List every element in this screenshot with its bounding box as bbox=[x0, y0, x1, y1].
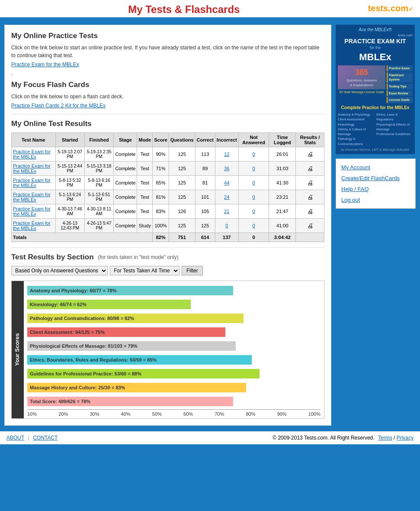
cell-questions: 125 bbox=[169, 162, 195, 176]
x-axis-label: 60% bbox=[183, 411, 193, 417]
cell-not-answered[interactable]: 0 bbox=[238, 204, 269, 219]
cell-time: 41:00 bbox=[269, 219, 296, 233]
bar-fill: Kinesiology: 46/74 = 62% bbox=[27, 300, 191, 309]
flashcards-link[interactable]: Practice Flash Cards 2 Kit for the MBLEx bbox=[11, 103, 106, 109]
bar-label: Anatomy and Physiology: 60/77 = 78% bbox=[30, 288, 116, 293]
bar-fill: Massage History and Culture: 25/30 = 83% bbox=[27, 383, 246, 392]
x-axis-label: 20% bbox=[58, 411, 68, 417]
cell-icon[interactable]: 🖨 bbox=[296, 176, 324, 190]
section-results-note: (for tests taken in "test mode" only) bbox=[98, 254, 179, 260]
col-results: Results / Stats bbox=[296, 133, 324, 147]
cell-finished: 5-1-13 6:51 PM bbox=[84, 190, 114, 204]
cell-icon[interactable]: 🖨 bbox=[296, 204, 324, 219]
bar-label-container: Total Score: 489/626 = 78% bbox=[27, 397, 321, 406]
bar-row: Massage History and Culture: 25/30 = 83% bbox=[27, 382, 321, 394]
cell-not-answered[interactable]: 0 bbox=[238, 176, 269, 190]
totals-not-answered: 0 bbox=[238, 233, 269, 242]
cell-name[interactable]: Practice Exam for the MBLEx bbox=[12, 204, 56, 219]
cell-name[interactable]: Practice Exam for the MBLEx bbox=[12, 176, 56, 190]
cell-incorrect[interactable]: 36 bbox=[215, 162, 238, 176]
logo-text: tests. bbox=[368, 3, 391, 13]
x-axis-label: 70% bbox=[215, 411, 224, 417]
cell-name[interactable]: Practice Exam for the MBLEx bbox=[12, 147, 56, 162]
ad-middle: 385 Questions, Answers& Explanations 50 … bbox=[338, 65, 413, 103]
logo-accent: com bbox=[391, 3, 408, 13]
ad-image-area: 385 Questions, Answers& Explanations 50 … bbox=[338, 65, 385, 103]
cell-not-answered[interactable]: 0 bbox=[238, 219, 269, 233]
ad-topic8: Professional Guidelines bbox=[376, 132, 413, 136]
ad-tests-com: tests.com bbox=[338, 33, 413, 38]
cell-score: 71% bbox=[153, 162, 169, 176]
nav-create-flashcards[interactable]: Create/Edit FlashCards bbox=[341, 175, 410, 181]
cell-name[interactable]: Practice Exam for the MBLEx bbox=[12, 219, 56, 233]
cell-icon[interactable]: 🖨 bbox=[296, 219, 324, 233]
nav-my-account[interactable]: My Account bbox=[341, 164, 410, 171]
cell-stage: Complete bbox=[114, 190, 137, 204]
cell-incorrect[interactable]: 0 bbox=[215, 219, 238, 233]
ad-item-practice: Practice Exam bbox=[387, 65, 413, 71]
bar-row: Total Score: 489/626 = 78% bbox=[27, 395, 321, 408]
cell-started: 5-19-13 2:07 PM bbox=[55, 147, 84, 162]
cell-name[interactable]: Practice Exam for the MBLEx bbox=[12, 190, 56, 204]
filter-dropdown2[interactable]: For Tests Taken All Time bbox=[110, 266, 180, 275]
cell-name[interactable]: Practice Exam for the MBLEx bbox=[12, 162, 56, 176]
cell-incorrect[interactable]: 24 bbox=[215, 190, 238, 204]
cell-icon[interactable]: 🖨 bbox=[296, 190, 324, 204]
bar-row: Client Assessment: 94/125 = 75% bbox=[27, 326, 321, 338]
nav-log-out[interactable]: Log out bbox=[341, 197, 410, 203]
cell-icon[interactable]: 🖨 bbox=[296, 162, 324, 176]
totals-correct: 614 bbox=[195, 233, 215, 242]
table-row: Practice Exam for the MBLEx 5-15-13 2:44… bbox=[12, 162, 324, 176]
bar-label: Physiological Effects of Massage: 81/103… bbox=[30, 343, 138, 349]
cell-not-answered[interactable]: 0 bbox=[238, 162, 269, 176]
cell-incorrect[interactable]: 44 bbox=[215, 176, 238, 190]
cell-incorrect[interactable]: 12 bbox=[215, 147, 238, 162]
filter-button[interactable]: Filter bbox=[182, 266, 203, 275]
online-tests-title: My Online Practice Tests bbox=[11, 32, 324, 40]
cell-not-answered[interactable]: 0 bbox=[238, 190, 269, 204]
copyright-text: © 2009-2013 Tests.com. All Right Reserve… bbox=[273, 435, 374, 441]
cell-not-answered[interactable]: 0 bbox=[238, 147, 269, 162]
ad-topic2: Client Assessment bbox=[338, 117, 374, 122]
footer-contact[interactable]: CONTACT bbox=[33, 435, 58, 441]
col-test-name: Test Name bbox=[12, 133, 56, 147]
col-stage: Stage bbox=[114, 133, 137, 147]
footer-privacy[interactable]: Privacy bbox=[397, 435, 414, 441]
cell-mode: Test bbox=[137, 176, 153, 190]
bar-fill: Ethics, Boundaries, Rules and Regulation… bbox=[27, 355, 252, 365]
bar-label: Pathology and Contraindications: 80/98 =… bbox=[30, 316, 134, 321]
bar-label-container: Ethics, Boundaries, Rules and Regulation… bbox=[27, 355, 321, 365]
y-axis-label: Your Scores bbox=[12, 281, 24, 418]
x-axis: 10%20%30%40%50%60%70%80%90%100% bbox=[27, 409, 321, 418]
bar-row: Kinesiology: 46/74 = 62% bbox=[27, 298, 321, 310]
footer-separator: | bbox=[28, 435, 29, 441]
cell-questions: 125 bbox=[169, 147, 195, 162]
table-totals-row: Totals 82% 751 614 137 0 3:04:42 bbox=[12, 233, 324, 242]
bar-label: Massage History and Culture: 25/30 = 83% bbox=[30, 385, 125, 390]
separator1: . bbox=[11, 70, 324, 76]
col-score: Score bbox=[153, 133, 169, 147]
cell-finished: 5-19-13 2:35 PM bbox=[84, 147, 114, 162]
cell-stage: Complete bbox=[114, 204, 137, 219]
ad-topic3: Kinesiology bbox=[338, 122, 374, 127]
x-axis-label: 30% bbox=[90, 411, 99, 417]
cell-incorrect[interactable]: 21 bbox=[215, 204, 238, 219]
ad-topic4: History & Culture of Massage bbox=[338, 127, 374, 137]
bar-fill: Pathology and Contraindications: 80/98 =… bbox=[27, 314, 244, 323]
col-mode: Mode bbox=[137, 133, 153, 147]
cell-questions: 125 bbox=[169, 219, 195, 233]
cell-icon[interactable]: 🖨 bbox=[296, 147, 324, 162]
divider2 bbox=[11, 247, 324, 248]
nav-help-faq[interactable]: Help / FAQ bbox=[341, 186, 410, 192]
footer-about[interactable]: ABOUT bbox=[6, 435, 24, 441]
page-title: My Tests & Flashcards bbox=[128, 3, 240, 15]
cell-started: 4-30-13 7:46 AM bbox=[55, 204, 84, 219]
ad-for-the: for the bbox=[338, 45, 413, 51]
online-tests-link[interactable]: Practice Exam for the MBLEx bbox=[11, 61, 79, 68]
filter-dropdown1[interactable]: Based Only on Answered Questions bbox=[11, 266, 108, 275]
col-started: Started bbox=[55, 133, 84, 147]
bar-fill: Client Assessment: 94/125 = 75% bbox=[27, 327, 225, 337]
cell-stage: Complete bbox=[114, 176, 137, 190]
divider bbox=[11, 114, 324, 114]
footer-terms[interactable]: Terms bbox=[378, 435, 392, 441]
